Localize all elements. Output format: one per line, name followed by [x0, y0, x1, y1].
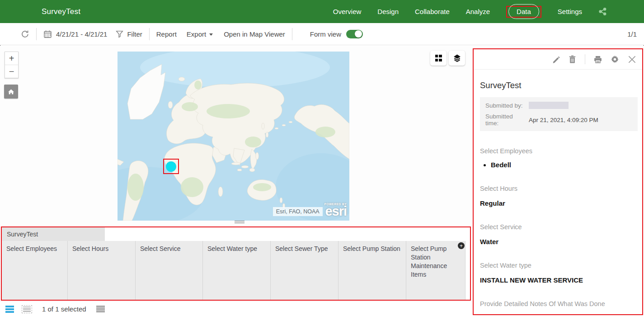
gear-icon: [611, 55, 619, 64]
filter-funnel-icon: [116, 30, 123, 38]
refresh-button[interactable]: [21, 30, 29, 38]
esri-logo: POWERED BY esri: [324, 203, 348, 218]
main-content: Esri, FAO, NOAA POWERED BY esri + −: [0, 46, 644, 316]
nav-item-data[interactable]: Data: [508, 4, 539, 19]
calendar-icon: [43, 30, 52, 38]
question-label: Select Employees: [480, 147, 642, 155]
status-bar: 1 of 1 selected: [0, 302, 473, 316]
question-section: Select EmployeesBedell: [480, 147, 642, 169]
filter-button[interactable]: [116, 30, 123, 38]
rows-view-icon[interactable]: [96, 306, 105, 313]
refresh-icon: [21, 30, 29, 38]
nav-item-settings[interactable]: Settings: [558, 8, 582, 15]
panel-toolbar: [474, 49, 642, 70]
panel-body: SurveyTest Submitted by: Submitted time:…: [474, 80, 642, 315]
attribution-text: Esri, FAO, NOAA: [273, 207, 323, 216]
home-extent-button[interactable]: [4, 85, 18, 99]
nav-item-collaborate[interactable]: Collaborate: [415, 8, 450, 15]
table-tab-surveytest[interactable]: SurveyTest: [2, 227, 105, 241]
share-icon: [598, 7, 607, 16]
answer-value: INSTALL NEW WATER SERVICE: [480, 276, 642, 284]
settings-button[interactable]: [611, 55, 619, 64]
question-section: Select Water typeINSTALL NEW WATER SERVI…: [480, 262, 642, 284]
selected-records-icon[interactable]: [22, 305, 32, 313]
annotation-box-data-tab: Data: [506, 6, 541, 18]
nav-item-overview[interactable]: Overview: [333, 8, 362, 15]
date-range-button[interactable]: [43, 30, 52, 38]
toolbar-divider: [36, 28, 37, 40]
submission-info-box: Submitted by: Submitted time: Apr 21, 20…: [480, 97, 638, 131]
zoom-out-button[interactable]: −: [5, 65, 18, 78]
column-header[interactable]: Select Pump Station: [338, 241, 406, 300]
answer-value: Bedell: [491, 161, 642, 169]
nav-items: OverviewDesignCollaborateAnalyzeDataSett…: [333, 6, 582, 18]
nav-item-design[interactable]: Design: [377, 8, 399, 15]
table-tab-row: SurveyTest: [2, 227, 470, 241]
submitted-by-label: Submitted by:: [485, 102, 527, 109]
question-label: Select Hours: [480, 185, 642, 192]
pencil-icon: [552, 55, 560, 63]
world-map: [118, 52, 349, 221]
form-view-label: Form view: [310, 30, 341, 38]
basemap-grid-icon: [435, 55, 442, 61]
date-range-value[interactable]: 4/21/21 - 4/21/21: [56, 30, 107, 38]
table-view-icon[interactable]: [5, 306, 14, 313]
table-header-row: Select EmployeesSelect HoursSelect Servi…: [2, 241, 470, 300]
export-label: Export: [187, 30, 206, 38]
answer-list: Bedell: [480, 161, 642, 169]
question-sections: Select EmployeesBedellSelect HoursRegula…: [480, 147, 642, 315]
share-button[interactable]: [598, 7, 607, 16]
question-section: Select ServiceWater: [480, 223, 642, 245]
top-navbar: SurveyTest OverviewDesignCollaborateAnal…: [0, 0, 644, 23]
question-section: Select HoursRegular: [480, 185, 642, 207]
basemap-gallery-button[interactable]: [430, 51, 447, 66]
column-header[interactable]: Select Employees: [2, 241, 68, 300]
toolbar-divider: [292, 28, 292, 40]
question-label: Select Water type: [480, 262, 642, 269]
filter-label[interactable]: Filter: [127, 30, 142, 38]
close-panel-button[interactable]: [628, 55, 636, 64]
annotation-box-marker: [163, 159, 179, 174]
map-attribution: Esri, FAO, NOAA POWERED BY esri: [273, 203, 348, 218]
close-icon: [628, 55, 636, 64]
panel-resize-handle[interactable]: [235, 221, 244, 224]
page-indicator: 1/1: [627, 30, 637, 38]
submitted-time-label: Submitted time:: [485, 113, 527, 127]
column-header[interactable]: Select Pump Station Maintenance Items: [406, 241, 465, 300]
annotation-box-table: SurveyTest Select EmployeesSelect HoursS…: [1, 226, 471, 301]
report-button[interactable]: Report: [156, 30, 177, 38]
column-header[interactable]: Select Sewer Type: [271, 241, 338, 300]
toolbar-divider: [149, 28, 150, 40]
map-canvas[interactable]: Esri, FAO, NOAA POWERED BY esri: [118, 52, 349, 221]
annotation-box-detail-panel: SurveyTest Submitted by: Submitted time:…: [473, 48, 643, 315]
add-column-button[interactable]: +: [458, 242, 465, 249]
answer-value: Water: [480, 238, 642, 245]
answer-value: Checked everything!: [480, 315, 642, 315]
selection-count: 1 of 1 selected: [42, 305, 86, 313]
column-header[interactable]: Select Hours: [68, 241, 136, 300]
delete-button[interactable]: [569, 55, 576, 63]
record-title: SurveyTest: [480, 80, 642, 90]
layers-button[interactable]: [449, 51, 465, 66]
column-header[interactable]: Select Service: [136, 241, 203, 300]
export-button[interactable]: Export: [187, 30, 213, 38]
form-view-toggle[interactable]: [346, 30, 363, 38]
toolbar: 4/21/21 - 4/21/21 Filter Report Export O…: [0, 23, 644, 45]
nav-item-analyze[interactable]: Analyze: [466, 8, 490, 15]
question-label: Select Service: [480, 223, 642, 231]
caret-down-icon: [209, 33, 213, 36]
printer-icon: [594, 56, 602, 63]
edit-button[interactable]: [552, 55, 560, 63]
open-in-map-viewer-button[interactable]: Open in Map Viewer: [224, 30, 285, 38]
zoom-controls: + −: [5, 52, 19, 78]
column-header[interactable]: Select Water type: [203, 241, 271, 300]
answer-value: Regular: [480, 199, 642, 207]
zoom-in-button[interactable]: +: [5, 52, 18, 65]
panel-toolbar-divider: [585, 54, 585, 64]
menu-icon[interactable]: [4, 31, 12, 37]
print-button[interactable]: [594, 56, 602, 63]
question-label: Provide Detailed Notes Of What Was Done: [480, 300, 642, 307]
question-section: Provide Detailed Notes Of What Was DoneC…: [480, 300, 642, 315]
trash-icon: [569, 55, 576, 63]
esri-wordmark: esri: [325, 205, 347, 218]
